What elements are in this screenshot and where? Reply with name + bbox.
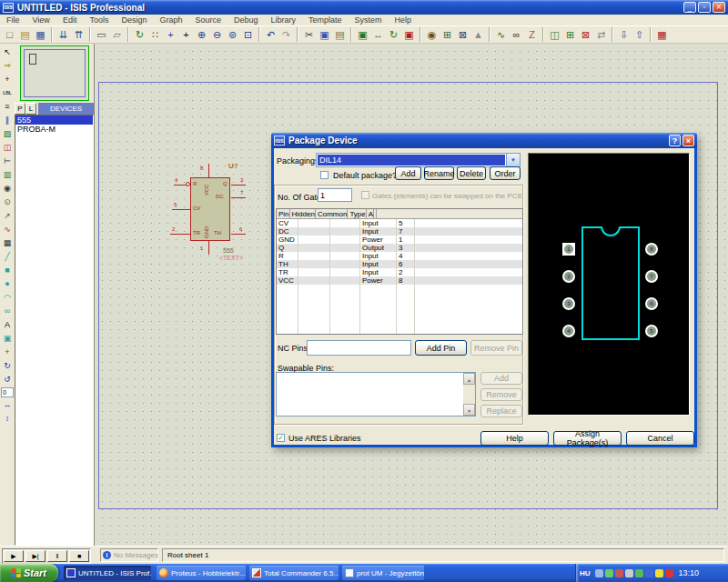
swap-replace-button[interactable]: Replace (480, 405, 522, 417)
restore-button[interactable] (698, 2, 711, 13)
zoom-to-parent-icon[interactable]: ⇧ (632, 27, 647, 42)
mute-icon[interactable] (615, 569, 623, 577)
pin-grid-row[interactable]: DCInput7 (277, 227, 522, 236)
redraw-icon[interactable]: ↻ (132, 27, 147, 42)
library-button[interactable]: L (25, 103, 36, 115)
overview-minimap[interactable] (20, 45, 89, 101)
new-sheet-icon[interactable]: ⊞ (562, 27, 578, 42)
selection-pointer-icon[interactable]: ↖ (2, 46, 14, 58)
menu-item-edit[interactable]: Edit (56, 15, 84, 25)
false-origin-icon[interactable]: + (163, 27, 178, 42)
device-item-555[interactable]: 555 (15, 115, 93, 125)
assign-packages-button[interactable]: Assign Package(s) (553, 431, 622, 446)
star-icon[interactable] (655, 569, 663, 577)
dialog-titlebar[interactable]: ISIS Package Device (271, 133, 697, 148)
pin-grid-row[interactable]: QOutput3 (277, 244, 522, 252)
wire-autorouter-icon[interactable]: ∿ (493, 27, 509, 42)
junction-dot-icon[interactable]: + (2, 74, 14, 85)
save-design-icon[interactable]: ▦ (33, 27, 48, 42)
bus-mode-icon[interactable]: ∥ (2, 115, 14, 126)
center-at-cursor-icon[interactable]: + (178, 27, 194, 42)
export-section-icon[interactable]: ⇈ (71, 27, 86, 42)
packagings-combobox[interactable]: DIL14 (316, 153, 521, 167)
generator-mode-icon[interactable]: ⊙ (2, 196, 14, 208)
pick-devices-button[interactable]: P (15, 103, 25, 115)
scroll-up-icon[interactable] (463, 373, 475, 385)
scroll-down-icon[interactable] (463, 404, 475, 416)
menu-item-tools[interactable]: Tools (83, 15, 115, 25)
packaging-tool-icon[interactable]: ⊠ (455, 27, 470, 42)
taskbar-clock[interactable]: 13:10 (679, 568, 700, 577)
shield-icon[interactable] (635, 569, 643, 577)
pin-grid-header-cell[interactable]: Pin (277, 209, 290, 218)
block-delete-icon[interactable]: ▣ (401, 27, 417, 42)
rotate-anticlockwise-icon[interactable]: ↺ (2, 374, 14, 386)
menu-item-source[interactable]: Source (188, 15, 228, 25)
pin-grid-row[interactable]: RInput4 (277, 252, 522, 260)
default-package-checkbox[interactable] (320, 171, 329, 179)
pin-grid-row[interactable]: CVInput5 (277, 219, 522, 227)
gates-count-input[interactable] (318, 188, 352, 202)
electrical-rule-check-icon[interactable]: ▦ (654, 27, 670, 42)
delete-packaging-button[interactable]: Delete (457, 166, 486, 180)
block-copy-icon[interactable]: ▣ (355, 27, 370, 42)
dialog-close-icon[interactable] (682, 135, 694, 146)
graphics-symbol-icon[interactable]: ▣ (2, 333, 14, 345)
start-button[interactable]: Start (0, 564, 58, 582)
pin-grid-header-cell[interactable]: Common (316, 209, 348, 218)
wire-label-icon[interactable]: LBL (2, 87, 14, 99)
component-mode-icon[interactable]: ⇒ (2, 60, 14, 72)
app-titlebar[interactable]: ISIS UNTITLED - ISIS Professional (0, 0, 728, 15)
goto-sheet-icon[interactable]: ⇄ (593, 27, 609, 42)
new-file-icon[interactable]: □ (2, 27, 17, 42)
undo-icon[interactable]: ↶ (263, 27, 278, 42)
dialog-help-icon[interactable] (669, 135, 681, 146)
zoom-in-icon[interactable]: ⊕ (194, 27, 209, 42)
graphics-line-icon[interactable]: ╱ (2, 251, 14, 263)
terminal-mode-icon[interactable]: ◫ (2, 142, 14, 154)
paste-icon[interactable]: ▤ (332, 27, 348, 42)
part-reference[interactable]: U? (228, 162, 238, 170)
combo-dropdown-icon[interactable] (506, 154, 520, 166)
step-button[interactable]: ▶| (25, 550, 46, 562)
close-button[interactable] (713, 2, 725, 13)
swapable-pins-listbox[interactable] (276, 372, 476, 416)
rotate-clockwise-icon[interactable]: ↻ (2, 360, 14, 372)
pin-grid-row[interactable]: TRInput2 (277, 268, 522, 276)
cut-icon[interactable]: ✂ (301, 27, 317, 42)
current-probe-icon[interactable]: ∿ (2, 224, 14, 236)
part-text-placeholder[interactable]: <TEXT> (219, 255, 243, 261)
device-manager-icon[interactable] (625, 569, 633, 577)
signal-strength-icon[interactable] (605, 569, 613, 577)
taskbar-task-isis[interactable]: UNTITLED - ISIS Prof... (64, 566, 151, 580)
redo-icon[interactable]: ↷ (278, 27, 294, 42)
design-explorer-icon[interactable]: ◫ (547, 27, 562, 42)
listbox-scrollbar[interactable] (463, 373, 475, 416)
pin-grid-header-cell[interactable] (374, 209, 377, 218)
device-item-proba-m[interactable]: PROBA-M (15, 125, 93, 134)
decompose-icon[interactable]: ▲ (470, 27, 486, 42)
text-script-icon[interactable]: ≡ (2, 101, 14, 113)
order-packaging-button[interactable]: Order (490, 166, 521, 180)
search-tag-icon[interactable]: ∞ (509, 27, 524, 42)
menu-item-help[interactable]: Help (389, 15, 419, 25)
zoom-all-icon[interactable]: ⊚ (225, 27, 240, 42)
pin-grid-header-cell[interactable]: Type (348, 209, 366, 218)
language-indicator[interactable]: HU (580, 569, 591, 577)
zoom-area-icon[interactable]: ⊡ (240, 27, 256, 42)
toggle-grid-icon[interactable]: ∷ (147, 27, 163, 42)
print-icon[interactable]: ▭ (94, 27, 109, 42)
messenger-icon[interactable] (645, 569, 653, 577)
help-button[interactable]: Help (480, 431, 549, 446)
copy-icon[interactable]: ▣ (317, 27, 332, 42)
open-design-icon[interactable]: ▤ (17, 27, 33, 42)
make-device-icon[interactable]: ⊞ (440, 27, 455, 42)
minimize-button[interactable] (683, 2, 696, 13)
nc-pins-input[interactable] (307, 340, 411, 356)
menu-item-design[interactable]: Design (115, 15, 153, 25)
menu-item-file[interactable]: File (0, 15, 26, 25)
block-rotate-icon[interactable]: ↻ (386, 27, 401, 42)
taskbar-task-notepad[interactable]: prot UM - Jegyzettömb (342, 566, 424, 580)
device-pin-icon[interactable]: ⊢ (2, 156, 14, 167)
subcircuit-icon[interactable]: ▧ (2, 128, 14, 140)
